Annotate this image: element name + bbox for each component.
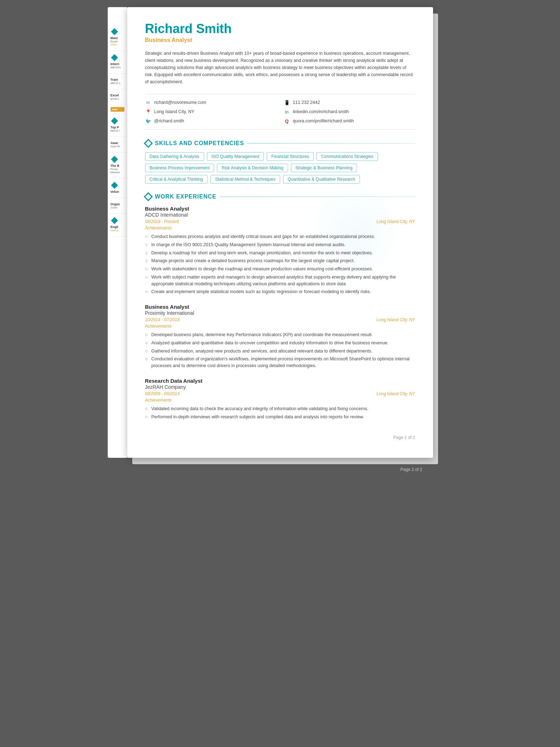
skills-section-header: SKILLS AND COMPETENCIES [145, 140, 415, 147]
skills-list: Data Gathering & AnalysisISO Quality Man… [145, 152, 415, 184]
bullet-0-3: Manage projects and create a detailed bu… [145, 257, 415, 265]
job-location-2: Long Island City, NY [377, 391, 415, 396]
job-block-0: Business Analyst ADCD International 08/2… [145, 206, 415, 296]
skill-tag: Communications Strategies [316, 152, 378, 161]
bullet-2-1: Performed in-depth interviews with resea… [145, 413, 415, 421]
bullet-2-0: Validated incoming data to check the acc… [145, 405, 415, 413]
sidebar-sub-10: Native [111, 229, 124, 232]
resume-page: Richard Smith Business Analyst Strategic… [127, 7, 433, 458]
page2-indicator: Page 2 of 2 [400, 467, 422, 472]
sidebar-diamond-1 [111, 28, 118, 35]
sidebar-diamond-2 [111, 54, 118, 61]
sidebar-sub-4: lynda.c [111, 97, 124, 100]
job-dates-2: 08/2009 - 09/2014 [145, 391, 180, 396]
job-dates-0: 08/2018 - Present [145, 219, 179, 224]
skill-tag: Strategic & Business Planning [291, 164, 357, 172]
contact-section: ✉ richard@novoresume.com 📱 111 232 2442 … [145, 94, 415, 129]
contact-phone: 📱 111 232 2442 [284, 99, 415, 106]
sidebar-sub-3: ABCD L [111, 81, 124, 85]
skill-tag: Risk Analysis & Decision Making [217, 164, 288, 172]
sidebar-label-10: Engli [111, 225, 124, 229]
bullet-0-1: In charge of the ISO 9001:2015 Quality M… [145, 241, 415, 249]
candidate-title: Business Analyst [145, 37, 415, 43]
skills-header-line [247, 143, 415, 144]
skill-tag: Quantitative & Qualitative Research [283, 175, 360, 184]
skill-tag: Statistical Method & Techniques [210, 175, 280, 184]
job-meta-0: 08/2018 - Present Long Island City, NY [145, 219, 415, 224]
email-value: richard@novoresume.com [154, 100, 207, 105]
twitter-value: @richard.smith [154, 118, 184, 123]
sidebar-diamond-7 [111, 156, 118, 163]
linkedin-value: linkedin.com/in/richard.smith [293, 109, 349, 114]
sidebar-sub-2: ABCDIn [111, 66, 124, 69]
bullet-0-6: Create and implement simple statistical … [145, 288, 415, 296]
candidate-summary: Strategic and results-driven Business An… [145, 50, 415, 85]
sidebar-diamond-10 [111, 217, 118, 224]
experience-header-line [220, 196, 415, 197]
sidebar-label-5: Top P [111, 126, 124, 129]
sidebar-year-1: 2007 - [111, 43, 124, 46]
sidebar-label-1: Mast [111, 36, 124, 40]
experience-section-title: WORK EXPERIENCE [155, 194, 217, 200]
achievements-label-1: Achievements [145, 324, 415, 329]
resume-header: Richard Smith Business Analyst Strategic… [145, 21, 415, 85]
job-block-1: Business Analyst Proximity International… [145, 304, 415, 370]
job-title-0: Business Analyst [145, 206, 415, 212]
bullet-1-1: Analyzed qualitative and quantitative da… [145, 339, 415, 347]
contact-location: 📍 Long Island City, NY [145, 108, 277, 115]
page-indicator: Page 1 of 2 [145, 431, 415, 440]
job-company-0: ADCD International [145, 212, 415, 218]
bullet-1-0: Developed business plans, determine Key … [145, 331, 415, 339]
experience-section-header: WORK EXPERIENCE [145, 194, 415, 200]
achievements-label-0: Achievements [145, 226, 415, 231]
sidebar-sub-5: ABCD I [111, 129, 124, 132]
experience-diamond-icon [144, 192, 153, 201]
bullet-0-4: Work with stakeholders to design the roa… [145, 265, 415, 273]
sidebar-label-8: Volun [111, 190, 124, 194]
quora-icon: Q [284, 118, 290, 124]
skill-tag: Business Process Improvement [145, 164, 214, 172]
bullet-1-3: Conducted evaluation of organization's w… [145, 355, 415, 370]
skill-tag: Critical & Analytical Thinking [145, 175, 208, 184]
contact-linkedin: in linkedin.com/in/richard.smith [284, 108, 415, 115]
job-dates-1: 10/2014 - 07/2018 [145, 317, 180, 322]
sidebar-label-9: Organ [111, 202, 124, 206]
sidebar-sub-1: Easte [111, 40, 124, 43]
sidebar-peek: Mast Easte 2007 - Intern ABCDIn Train AB… [108, 7, 127, 458]
skill-tag: Financial Structures [267, 152, 314, 161]
job-bullets-2: Validated incoming data to check the acc… [145, 405, 415, 421]
phone-icon: 📱 [284, 99, 290, 106]
job-company-1: Proximity International [145, 310, 415, 316]
job-location-0: Long Island City, NY [377, 219, 415, 224]
sidebar-sub-6: Jose Ri [111, 145, 124, 148]
sidebar-label-6: Awar [111, 141, 124, 145]
bullet-0-5: Work with subject matter experts and man… [145, 273, 415, 288]
sidebar-sub-9: Junio [111, 206, 124, 209]
bullet-1-2: Gathered information, analyzed new produ… [145, 347, 415, 355]
location-value: Long Island City, NY [154, 109, 194, 114]
job-bullets-1: Developed business plans, determine Key … [145, 331, 415, 370]
sidebar-label-2: Intern [111, 62, 124, 66]
job-meta-1: 10/2014 - 07/2018 Long Island City, NY [145, 317, 415, 322]
job-title-2: Research Data Analyst [145, 378, 415, 384]
location-icon: 📍 [145, 108, 151, 115]
linkedin-icon: in [284, 108, 290, 115]
contact-quora: Q quora.com/profile/richard.smith [284, 118, 415, 124]
hub-badge: Hub [111, 107, 124, 112]
phone-value: 111 232 2442 [293, 100, 320, 105]
skill-tag: ISO Quality Management [207, 152, 264, 161]
sidebar-label-4: Excel [111, 94, 124, 97]
experience-list: Business Analyst ADCD International 08/2… [145, 206, 415, 421]
skills-section-title: SKILLS AND COMPETENCIES [155, 140, 244, 147]
bullet-0-0: Conduct business process analysis and id… [145, 233, 415, 241]
sidebar-sub-7b: Membe [111, 171, 124, 174]
sidebar-label-7: The B [111, 164, 124, 168]
achievements-label-2: Achievements [145, 398, 415, 403]
job-bullets-0: Conduct business process analysis and id… [145, 233, 415, 296]
quora-value: quora.com/profile/richard.smith [293, 118, 354, 123]
sidebar-sub-7: Prese [111, 168, 124, 171]
job-location-1: Long Island City, NY [377, 317, 415, 322]
job-company-2: JezRAH Company [145, 384, 415, 390]
job-block-2: Research Data Analyst JezRAH Company 08/… [145, 378, 415, 421]
bullet-0-2: Develop a roadmap for short and long-ter… [145, 249, 415, 257]
